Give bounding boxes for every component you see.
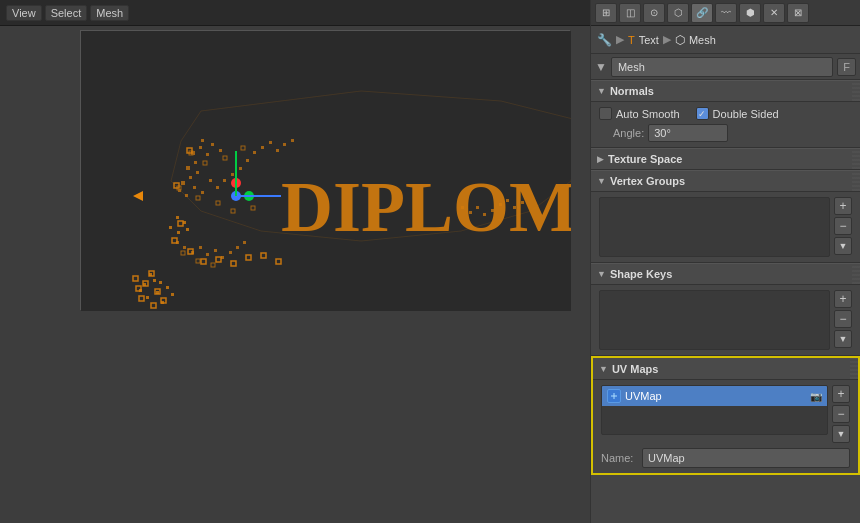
uv-map-remove-btn[interactable]: − <box>832 405 850 423</box>
svg-rect-30 <box>185 194 188 197</box>
shape-key-remove-btn[interactable]: − <box>834 310 852 328</box>
normals-section-header[interactable]: ▼ Normals <box>591 80 860 102</box>
uv-name-row: Name: <box>601 448 850 468</box>
toolbar-btn-7[interactable]: ⬢ <box>739 3 761 23</box>
mesh-menu[interactable]: Mesh <box>90 5 129 21</box>
shape-key-options-btn[interactable]: ▼ <box>834 330 852 348</box>
svg-rect-60 <box>499 203 502 206</box>
svg-rect-27 <box>189 176 192 179</box>
svg-rect-50 <box>214 249 217 252</box>
auto-smooth-checkbox[interactable] <box>599 107 612 120</box>
uv-maps-collapse-lines <box>850 358 858 379</box>
svg-rect-25 <box>219 149 222 152</box>
vertex-groups-list[interactable] <box>599 197 830 257</box>
toolbar-btn-2[interactable]: ◫ <box>619 3 641 23</box>
toolbar-btn-4[interactable]: ⬡ <box>667 3 689 23</box>
uv-map-options-btn[interactable]: ▼ <box>832 425 850 443</box>
normals-content: Auto Smooth ✓ Double Sided Angle: <box>591 102 860 148</box>
svg-rect-46 <box>183 246 186 249</box>
shape-keys-section-header[interactable]: ▼ Shape Keys <box>591 263 860 285</box>
vertex-groups-collapse-lines <box>852 171 860 191</box>
svg-rect-62 <box>513 206 516 209</box>
uv-maps-section-header[interactable]: ▼ UV Maps <box>593 358 858 380</box>
svg-rect-38 <box>246 159 249 162</box>
shape-keys-collapse-lines <box>852 264 860 284</box>
uv-map-camera-icon[interactable]: 📷 <box>810 391 822 402</box>
svg-rect-54 <box>243 241 246 244</box>
toolbar-btn-6[interactable]: 〰 <box>715 3 737 23</box>
texture-space-collapse-lines <box>852 149 860 169</box>
svg-rect-59 <box>491 209 494 212</box>
double-sided-checkbox[interactable]: ✓ <box>696 107 709 120</box>
normals-row: Auto Smooth ✓ Double Sided <box>599 107 852 120</box>
texture-space-title: Texture Space <box>608 153 682 165</box>
uv-maps-list[interactable]: UVMap 📷 <box>601 385 828 435</box>
vertex-groups-content: + − ▼ <box>591 192 860 263</box>
search-bar: ▼ F <box>591 54 860 80</box>
breadcrumb: 🔧 ▶ T Text ▶ ⬡ Mesh <box>591 26 860 54</box>
svg-rect-39 <box>253 151 256 154</box>
auto-smooth-checkbox-item[interactable]: Auto Smooth <box>599 107 680 120</box>
svg-rect-22 <box>186 166 190 170</box>
svg-rect-41 <box>269 141 272 144</box>
viewport[interactable]: View Select Mesh <box>0 0 590 523</box>
uv-map-add-btn[interactable]: + <box>832 385 850 403</box>
toolbar-btn-9[interactable]: ⊠ <box>787 3 809 23</box>
shape-key-add-btn[interactable]: + <box>834 290 852 308</box>
vertex-groups-title: Vertex Groups <box>610 175 685 187</box>
svg-rect-33 <box>209 179 212 182</box>
uv-maps-section: ▼ UV Maps UVMap 📷 <box>591 356 860 475</box>
uv-map-item[interactable]: UVMap 📷 <box>602 386 827 406</box>
vertex-groups-arrow: ▼ <box>597 176 606 186</box>
svg-rect-26 <box>196 171 199 174</box>
svg-rect-6 <box>186 228 189 231</box>
breadcrumb-text: T <box>628 34 635 46</box>
svg-rect-43 <box>283 143 286 146</box>
vertex-groups-section-header[interactable]: ▼ Vertex Groups <box>591 170 860 192</box>
uv-maps-title: UV Maps <box>612 363 658 375</box>
svg-rect-10 <box>171 293 174 296</box>
uv-map-icon <box>607 389 621 403</box>
double-sided-checkbox-item[interactable]: ✓ Double Sided <box>696 107 779 120</box>
vertex-group-add-btn[interactable]: + <box>834 197 852 215</box>
search-input[interactable] <box>611 57 833 77</box>
mesh-viewport[interactable]: DIPLOM <box>80 30 570 310</box>
shape-keys-arrow: ▼ <box>597 269 606 279</box>
svg-rect-63 <box>521 201 524 204</box>
svg-rect-44 <box>291 139 294 142</box>
svg-rect-40 <box>261 146 264 149</box>
normals-arrow: ▼ <box>597 86 606 96</box>
svg-rect-48 <box>199 246 202 249</box>
angle-input[interactable] <box>648 124 728 142</box>
breadcrumb-text-name: Text <box>639 34 659 46</box>
toolbar-btn-1[interactable]: ⊞ <box>595 3 617 23</box>
shape-keys-list[interactable] <box>599 290 830 350</box>
breadcrumb-icon-2: ⬡ <box>675 33 685 47</box>
svg-rect-58 <box>483 213 486 216</box>
auto-smooth-label: Auto Smooth <box>616 108 680 120</box>
toolbar-btn-8[interactable]: ✕ <box>763 3 785 23</box>
view-menu[interactable]: View <box>6 5 42 21</box>
uv-name-input[interactable] <box>642 448 850 468</box>
uv-map-name: UVMap <box>625 390 662 402</box>
select-menu[interactable]: Select <box>45 5 88 21</box>
texture-space-section-header[interactable]: ▶ Texture Space <box>591 148 860 170</box>
shape-keys-title: Shape Keys <box>610 268 672 280</box>
svg-rect-56 <box>469 211 472 214</box>
svg-rect-53 <box>236 246 239 249</box>
svg-rect-37 <box>239 167 242 170</box>
search-hotkey[interactable]: F <box>837 58 856 76</box>
angle-label: Angle: <box>599 127 644 139</box>
vertex-group-remove-btn[interactable]: − <box>834 217 852 235</box>
svg-text:DIPLOM: DIPLOM <box>281 167 571 247</box>
svg-rect-20 <box>206 153 209 156</box>
toolbar-btn-5[interactable]: 🔗 <box>691 3 713 23</box>
svg-rect-49 <box>206 253 209 256</box>
breadcrumb-mesh: Mesh <box>689 34 716 46</box>
svg-rect-21 <box>194 161 197 164</box>
vertex-group-options-btn[interactable]: ▼ <box>834 237 852 255</box>
uv-maps-arrow: ▼ <box>599 364 608 374</box>
svg-rect-13 <box>153 279 156 282</box>
normals-title: Normals <box>610 85 654 97</box>
toolbar-btn-3[interactable]: ⊙ <box>643 3 665 23</box>
